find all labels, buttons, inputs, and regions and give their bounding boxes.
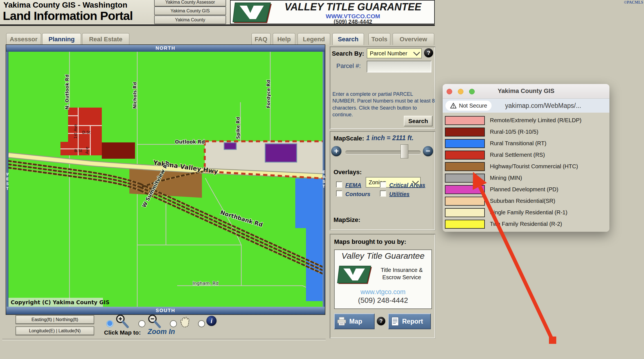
radio-identify[interactable] bbox=[198, 320, 205, 327]
road-label-fordyce: Fordyce Rd bbox=[266, 80, 271, 108]
road-label-ingham: Ingham, Rd bbox=[193, 281, 219, 286]
tab-tools[interactable]: Tools bbox=[368, 33, 390, 45]
tab-help[interactable]: Help bbox=[273, 33, 295, 45]
search-by-value: Parcel Number bbox=[370, 50, 407, 57]
road-label-nichols: Nichols Rd bbox=[132, 82, 138, 109]
browser-window[interactable]: Yakima County GIS Not Secure yakimap.com… bbox=[443, 84, 609, 232]
parcel-building-small bbox=[224, 143, 236, 149]
coords-longitude-latitude[interactable]: Longitude(E) | Latitude(N) bbox=[15, 326, 94, 335]
road-label-outlook: Outlook Rd bbox=[175, 139, 205, 145]
legend-label: Rural Settlement (RS) bbox=[490, 152, 545, 158]
parcel-number-label: Parcel #: bbox=[336, 62, 361, 70]
map-canvas[interactable]: N. Outlook Rd Nichols Rd Spike Rd Fordyc… bbox=[8, 52, 323, 307]
link-county-assessor[interactable]: Yakima County Assessor bbox=[154, 0, 226, 6]
link-county[interactable]: Yakima County bbox=[154, 15, 226, 24]
window-titlebar[interactable]: Yakima County GIS bbox=[443, 84, 609, 99]
legend-swatch bbox=[445, 139, 485, 148]
road-label-n-outlook: N. Outlook Rd bbox=[64, 74, 70, 110]
search-by-select[interactable]: Parcel Number bbox=[367, 48, 422, 58]
contours-label[interactable]: Contours bbox=[345, 191, 370, 197]
url-text[interactable]: yakimap.com/WebMaps/... bbox=[505, 102, 581, 110]
contours-checkbox[interactable] bbox=[336, 190, 342, 197]
identify-info-icon: i bbox=[206, 316, 217, 326]
scale-zoom-in-button[interactable]: + bbox=[331, 146, 341, 156]
legend-swatch bbox=[445, 128, 485, 137]
map-scale-label: MapScale: bbox=[334, 135, 364, 142]
legend-item: Single Family Residential (R-1) bbox=[445, 207, 609, 218]
legend-item: Highway/Tourist Commercial (HTC) bbox=[445, 161, 609, 172]
tab-legend[interactable]: Legend bbox=[298, 33, 330, 45]
map-border-east: EAST bbox=[323, 52, 325, 307]
overlays-label: Overlays: bbox=[334, 169, 362, 176]
map-copyright: Copyright (C) Yakima County GIS bbox=[11, 299, 109, 305]
tab-real-estate[interactable]: Real Estate bbox=[82, 33, 129, 45]
utilities-label[interactable]: Utilities bbox=[389, 191, 409, 197]
page: Yakima County GIS - Washington Land Info… bbox=[0, 0, 644, 359]
tab-search[interactable]: Search bbox=[332, 33, 364, 45]
compass-south: SOUTH bbox=[6, 307, 325, 314]
tab-planning[interactable]: Planning bbox=[42, 33, 81, 45]
ad-phone: (509) 248-4442 bbox=[335, 296, 431, 305]
compass-west: WEST bbox=[6, 172, 8, 191]
pan-hand-icon bbox=[179, 317, 191, 328]
search-help-icon[interactable]: ? bbox=[424, 48, 433, 57]
legend-item: Mining (MIN) bbox=[445, 172, 609, 184]
legend-item: Rural Settlement (RS) bbox=[445, 149, 609, 161]
radio-pan[interactable] bbox=[170, 320, 177, 327]
pacmls-credit: ©PACMLS bbox=[624, 0, 643, 5]
link-county-gis[interactable]: Yakima County GIS bbox=[154, 6, 226, 15]
not-secure-label: Not Secure bbox=[459, 103, 487, 109]
not-secure-badge[interactable]: Not Secure bbox=[445, 101, 492, 111]
legend-item: Planned Development (PD) bbox=[445, 184, 609, 195]
street-label-1st-ave: 1st Ave bbox=[73, 124, 78, 139]
search-by-label: Search By: bbox=[332, 50, 364, 57]
map-frame: NORTH WEST EAST SOUTH bbox=[6, 45, 325, 314]
click-map-label: Click Map to: bbox=[104, 329, 141, 336]
banner-phone: (509) 248-4442 bbox=[273, 19, 433, 25]
print-map-button[interactable]: Map bbox=[334, 313, 375, 329]
tab-faq[interactable]: FAQ bbox=[251, 33, 271, 45]
coords-easting-northing[interactable]: Easting(ft) | Northing(ft) bbox=[15, 315, 94, 324]
ad-line-2: Escrow Service bbox=[373, 274, 431, 281]
legend-swatch bbox=[445, 208, 485, 217]
fema-label[interactable]: FEMA bbox=[345, 182, 361, 188]
critical-areas-label[interactable]: Critical Areas bbox=[389, 182, 425, 188]
legend-label: Two Family Residential (R-2) bbox=[490, 221, 562, 227]
radio-zoom-in[interactable] bbox=[106, 320, 113, 327]
legend-item: Two Family Residential (R-2) bbox=[445, 218, 609, 230]
critical-areas-checkbox[interactable] bbox=[380, 181, 386, 188]
tab-assessor[interactable]: Assessor bbox=[6, 33, 41, 45]
legend-swatch bbox=[445, 151, 485, 160]
window-urlbar[interactable]: Not Secure yakimap.com/WebMaps/... bbox=[443, 99, 609, 113]
report-button[interactable]: Report bbox=[388, 313, 431, 329]
map-scale-value: 1 inch = 2111 ft. bbox=[366, 134, 414, 142]
utilities-checkbox[interactable] bbox=[380, 190, 386, 197]
site-title: Yakima County GIS - Washington bbox=[3, 1, 127, 10]
parcel-building-large bbox=[265, 144, 297, 162]
report-button-label: Report bbox=[402, 318, 423, 325]
fema-checkbox[interactable] bbox=[336, 181, 342, 188]
valley-title-logo-icon bbox=[337, 262, 372, 287]
compass-north: NORTH bbox=[6, 45, 325, 52]
map-border-west: WEST bbox=[6, 52, 8, 307]
valley-title-logo-icon bbox=[232, 2, 272, 24]
tab-overview[interactable]: Overview bbox=[393, 33, 434, 45]
parcel-number-input[interactable] bbox=[367, 61, 431, 72]
search-button[interactable]: Search bbox=[404, 116, 433, 126]
road-label-spike: Spike Rd bbox=[235, 117, 241, 139]
legend-swatch bbox=[445, 116, 485, 125]
print-help-icon[interactable]: ? bbox=[377, 317, 385, 325]
map-size-label: MapSize: bbox=[334, 216, 360, 224]
sponsor-ad[interactable]: Valley Title Guarantee Title Insurance &… bbox=[334, 249, 432, 309]
legend-swatch bbox=[445, 197, 485, 206]
scale-slider-track[interactable] bbox=[345, 151, 421, 154]
printer-icon bbox=[337, 317, 346, 326]
radio-zoom-out[interactable] bbox=[138, 320, 145, 327]
search-instructions: Enter a complete or partial PARCEL NUMBE… bbox=[332, 91, 435, 118]
sponsor-banner[interactable]: VALLEY TITLE GUARANTEE WWW.VTGCO.COM (50… bbox=[230, 0, 435, 24]
scale-zoom-out-button[interactable]: − bbox=[423, 146, 433, 156]
zoom-in-icon bbox=[115, 314, 129, 329]
scale-slider-handle[interactable] bbox=[400, 144, 408, 158]
ad-url[interactable]: www.vtgco.com bbox=[335, 288, 431, 296]
page-title: Land Information Portal bbox=[3, 9, 133, 23]
